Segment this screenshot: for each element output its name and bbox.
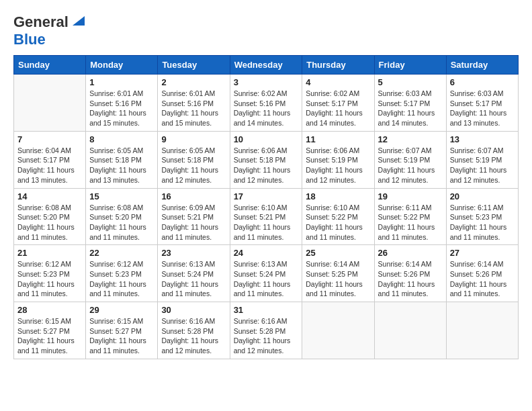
day-number: 14 <box>17 191 82 201</box>
calendar-cell: 22Sunrise: 6:12 AM Sunset: 5:23 PM Dayli… <box>86 245 158 302</box>
calendar-week-row: 1Sunrise: 6:01 AM Sunset: 5:16 PM Daylig… <box>14 75 519 132</box>
day-of-week-header: Saturday <box>446 56 518 75</box>
day-number: 30 <box>161 305 226 315</box>
calendar-cell: 10Sunrise: 6:06 AM Sunset: 5:18 PM Dayli… <box>230 131 302 188</box>
day-number: 10 <box>234 134 299 144</box>
calendar-week-row: 28Sunrise: 6:15 AM Sunset: 5:27 PM Dayli… <box>14 302 519 359</box>
calendar-cell: 19Sunrise: 6:11 AM Sunset: 5:22 PM Dayli… <box>374 188 446 245</box>
day-number: 9 <box>161 134 226 144</box>
calendar-cell: 9Sunrise: 6:05 AM Sunset: 5:18 PM Daylig… <box>158 131 230 188</box>
calendar-cell: 18Sunrise: 6:10 AM Sunset: 5:22 PM Dayli… <box>302 188 374 245</box>
cell-content: Sunrise: 6:13 AM Sunset: 5:24 PM Dayligh… <box>161 259 226 299</box>
cell-content: Sunrise: 6:14 AM Sunset: 5:26 PM Dayligh… <box>378 259 443 299</box>
calendar-cell <box>374 302 446 359</box>
cell-content: Sunrise: 6:16 AM Sunset: 5:28 PM Dayligh… <box>161 316 226 356</box>
cell-content: Sunrise: 6:05 AM Sunset: 5:18 PM Dayligh… <box>89 146 154 185</box>
day-number: 1 <box>89 77 154 87</box>
calendar-cell: 30Sunrise: 6:16 AM Sunset: 5:28 PM Dayli… <box>158 302 230 359</box>
calendar-cell: 4Sunrise: 6:02 AM Sunset: 5:17 PM Daylig… <box>302 75 374 132</box>
cell-content: Sunrise: 6:11 AM Sunset: 5:22 PM Dayligh… <box>378 203 443 242</box>
calendar-cell: 14Sunrise: 6:08 AM Sunset: 5:20 PM Dayli… <box>14 188 86 245</box>
day-number: 2 <box>161 77 226 87</box>
calendar-cell: 6Sunrise: 6:03 AM Sunset: 5:17 PM Daylig… <box>446 75 518 132</box>
calendar-cell: 13Sunrise: 6:07 AM Sunset: 5:19 PM Dayli… <box>446 131 518 188</box>
cell-content: Sunrise: 6:12 AM Sunset: 5:23 PM Dayligh… <box>17 259 82 299</box>
calendar-cell <box>14 75 86 132</box>
cell-content: Sunrise: 6:03 AM Sunset: 5:17 PM Dayligh… <box>450 89 515 128</box>
cell-content: Sunrise: 6:01 AM Sunset: 5:16 PM Dayligh… <box>89 89 154 128</box>
calendar-week-row: 7Sunrise: 6:04 AM Sunset: 5:17 PM Daylig… <box>14 131 519 188</box>
day-number: 8 <box>89 134 154 144</box>
page-header: General Blue <box>13 13 519 48</box>
day-number: 26 <box>378 248 443 258</box>
day-number: 6 <box>450 77 515 87</box>
cell-content: Sunrise: 6:10 AM Sunset: 5:21 PM Dayligh… <box>234 203 299 242</box>
cell-content: Sunrise: 6:03 AM Sunset: 5:17 PM Dayligh… <box>378 89 443 128</box>
calendar-cell: 7Sunrise: 6:04 AM Sunset: 5:17 PM Daylig… <box>14 131 86 188</box>
calendar-cell: 29Sunrise: 6:15 AM Sunset: 5:27 PM Dayli… <box>86 302 158 359</box>
calendar-week-row: 21Sunrise: 6:12 AM Sunset: 5:23 PM Dayli… <box>14 245 519 302</box>
day-number: 27 <box>450 248 515 258</box>
cell-content: Sunrise: 6:08 AM Sunset: 5:20 PM Dayligh… <box>17 203 82 242</box>
calendar-cell: 15Sunrise: 6:08 AM Sunset: 5:20 PM Dayli… <box>86 188 158 245</box>
calendar-cell: 28Sunrise: 6:15 AM Sunset: 5:27 PM Dayli… <box>14 302 86 359</box>
cell-content: Sunrise: 6:14 AM Sunset: 5:25 PM Dayligh… <box>306 259 370 299</box>
calendar-cell: 23Sunrise: 6:13 AM Sunset: 5:24 PM Dayli… <box>158 245 230 302</box>
day-number: 11 <box>306 134 370 144</box>
day-number: 22 <box>89 248 154 258</box>
day-of-week-header: Sunday <box>14 56 86 75</box>
day-number: 16 <box>161 191 226 201</box>
calendar-table: SundayMondayTuesdayWednesdayThursdayFrid… <box>13 55 519 359</box>
logo-general-text: General <box>13 13 69 31</box>
cell-content: Sunrise: 6:07 AM Sunset: 5:19 PM Dayligh… <box>378 146 443 185</box>
calendar-cell: 5Sunrise: 6:03 AM Sunset: 5:17 PM Daylig… <box>374 75 446 132</box>
calendar-cell: 3Sunrise: 6:02 AM Sunset: 5:16 PM Daylig… <box>230 75 302 132</box>
cell-content: Sunrise: 6:15 AM Sunset: 5:27 PM Dayligh… <box>17 316 82 356</box>
cell-content: Sunrise: 6:06 AM Sunset: 5:18 PM Dayligh… <box>234 146 299 185</box>
cell-content: Sunrise: 6:06 AM Sunset: 5:19 PM Dayligh… <box>306 146 370 185</box>
cell-content: Sunrise: 6:09 AM Sunset: 5:21 PM Dayligh… <box>161 203 226 242</box>
day-of-week-header: Wednesday <box>230 56 302 75</box>
day-number: 15 <box>89 191 154 201</box>
calendar-cell: 20Sunrise: 6:11 AM Sunset: 5:23 PM Dayli… <box>446 188 518 245</box>
day-number: 20 <box>450 191 515 201</box>
calendar-cell: 17Sunrise: 6:10 AM Sunset: 5:21 PM Dayli… <box>230 188 302 245</box>
cell-content: Sunrise: 6:10 AM Sunset: 5:22 PM Dayligh… <box>306 203 370 242</box>
calendar-cell: 25Sunrise: 6:14 AM Sunset: 5:25 PM Dayli… <box>302 245 374 302</box>
cell-content: Sunrise: 6:02 AM Sunset: 5:16 PM Dayligh… <box>234 89 299 128</box>
cell-content: Sunrise: 6:02 AM Sunset: 5:17 PM Dayligh… <box>306 89 370 128</box>
calendar-cell: 12Sunrise: 6:07 AM Sunset: 5:19 PM Dayli… <box>374 131 446 188</box>
calendar-cell: 11Sunrise: 6:06 AM Sunset: 5:19 PM Dayli… <box>302 131 374 188</box>
day-number: 23 <box>161 248 226 258</box>
day-of-week-header: Thursday <box>302 56 374 75</box>
day-number: 18 <box>306 191 370 201</box>
day-number: 21 <box>17 248 82 258</box>
calendar-cell: 2Sunrise: 6:01 AM Sunset: 5:16 PM Daylig… <box>158 75 230 132</box>
calendar-cell: 1Sunrise: 6:01 AM Sunset: 5:16 PM Daylig… <box>86 75 158 132</box>
calendar-cell: 31Sunrise: 6:16 AM Sunset: 5:28 PM Dayli… <box>230 302 302 359</box>
day-number: 17 <box>234 191 299 201</box>
day-of-week-header: Monday <box>86 56 158 75</box>
day-number: 29 <box>89 305 154 315</box>
cell-content: Sunrise: 6:08 AM Sunset: 5:20 PM Dayligh… <box>89 203 154 242</box>
cell-content: Sunrise: 6:12 AM Sunset: 5:23 PM Dayligh… <box>89 259 154 299</box>
logo-icon <box>70 13 85 28</box>
calendar-cell: 26Sunrise: 6:14 AM Sunset: 5:26 PM Dayli… <box>374 245 446 302</box>
svg-marker-0 <box>73 16 85 26</box>
calendar-cell: 16Sunrise: 6:09 AM Sunset: 5:21 PM Dayli… <box>158 188 230 245</box>
day-number: 24 <box>234 248 299 258</box>
day-number: 12 <box>378 134 443 144</box>
calendar-header-row: SundayMondayTuesdayWednesdayThursdayFrid… <box>14 56 519 75</box>
logo: General Blue <box>13 13 85 48</box>
day-number: 31 <box>234 305 299 315</box>
calendar-cell: 8Sunrise: 6:05 AM Sunset: 5:18 PM Daylig… <box>86 131 158 188</box>
calendar-cell: 27Sunrise: 6:14 AM Sunset: 5:26 PM Dayli… <box>446 245 518 302</box>
cell-content: Sunrise: 6:14 AM Sunset: 5:26 PM Dayligh… <box>450 259 515 299</box>
day-number: 3 <box>234 77 299 87</box>
calendar-cell <box>446 302 518 359</box>
calendar-cell: 21Sunrise: 6:12 AM Sunset: 5:23 PM Dayli… <box>14 245 86 302</box>
day-number: 4 <box>306 77 370 87</box>
cell-content: Sunrise: 6:07 AM Sunset: 5:19 PM Dayligh… <box>450 146 515 185</box>
cell-content: Sunrise: 6:11 AM Sunset: 5:23 PM Dayligh… <box>450 203 515 242</box>
day-number: 19 <box>378 191 443 201</box>
